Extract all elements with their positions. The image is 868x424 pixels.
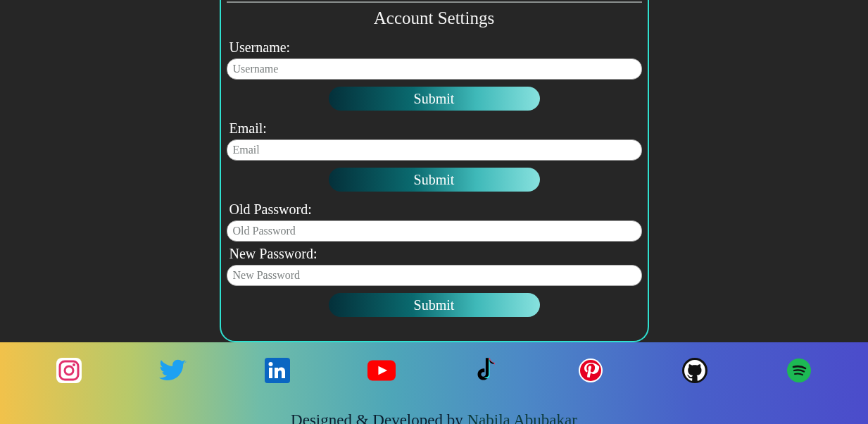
- email-submit-button[interactable]: Submit: [329, 168, 540, 192]
- new-password-label: New Password:: [229, 246, 642, 262]
- svg-rect-5: [269, 368, 272, 378]
- author-link[interactable]: Nabila Abubakar: [467, 411, 577, 424]
- page-footer: Designed & Developed by Nabila Abubakar: [0, 342, 868, 424]
- footer-credit: Designed & Developed by Nabila Abubakar: [291, 411, 577, 424]
- linkedin-icon[interactable]: [263, 356, 291, 385]
- panel-title: Account Settings: [227, 8, 642, 28]
- account-settings-panel: Account Settings Username: Submit Email:…: [220, 0, 649, 342]
- old-password-label: Old Password:: [229, 201, 642, 218]
- instagram-icon[interactable]: [55, 356, 83, 385]
- pinterest-icon[interactable]: [577, 356, 605, 385]
- svg-point-3: [73, 363, 75, 366]
- credit-text: Designed & Developed by: [291, 411, 467, 424]
- password-submit-button[interactable]: Submit: [329, 293, 540, 317]
- svg-point-6: [269, 362, 273, 366]
- old-password-input[interactable]: [227, 220, 642, 242]
- new-password-input[interactable]: [227, 265, 642, 286]
- spotify-icon[interactable]: [785, 356, 813, 385]
- username-input[interactable]: [227, 58, 642, 80]
- email-input[interactable]: [227, 139, 642, 161]
- social-icons-row: [0, 352, 868, 389]
- twitter-icon[interactable]: [159, 356, 187, 385]
- tiktok-icon[interactable]: [472, 356, 501, 385]
- github-icon[interactable]: [681, 356, 709, 385]
- panel-divider: [227, 1, 642, 3]
- username-submit-button[interactable]: Submit: [329, 87, 540, 111]
- username-label: Username:: [229, 39, 642, 56]
- youtube-icon[interactable]: [367, 356, 396, 385]
- email-label: Email:: [229, 120, 642, 137]
